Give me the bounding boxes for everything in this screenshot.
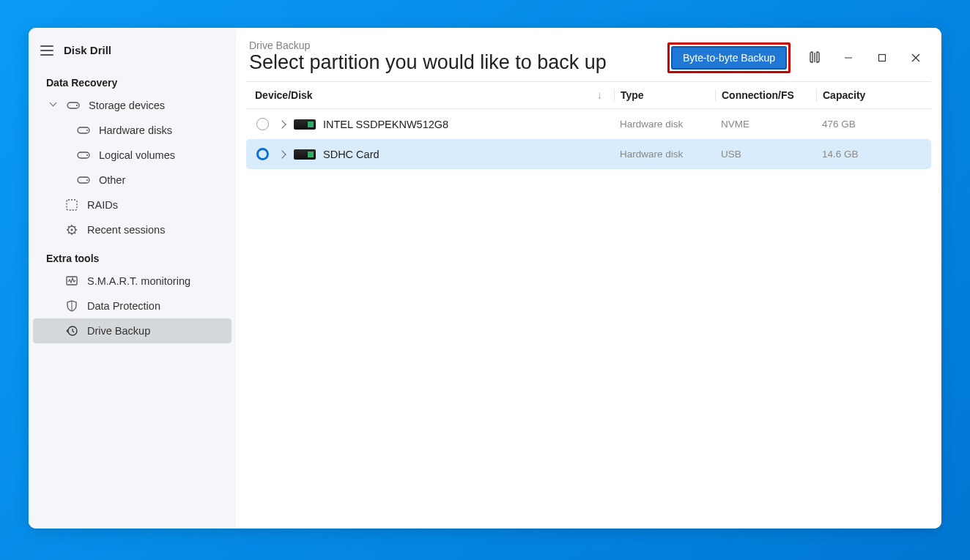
radio-icon[interactable] — [256, 148, 269, 160]
breadcrumb: Drive Backup — [249, 40, 667, 51]
minimize-button[interactable] — [834, 47, 862, 69]
monitor-icon — [65, 275, 78, 288]
sidebar-item-label: RAIDs — [87, 199, 118, 211]
sidebar-header: Disk Drill — [29, 37, 236, 67]
sidebar-item-label: Recent sessions — [87, 224, 165, 236]
svg-point-10 — [71, 229, 73, 231]
disk-image-icon — [294, 119, 316, 130]
section-data-recovery: Data Recovery — [29, 67, 236, 93]
main-content: Drive Backup Select partition you would … — [236, 28, 941, 529]
expand-icon[interactable] — [278, 120, 286, 128]
device-name: INTEL SSDPEKNW512G8 — [323, 119, 448, 130]
help-icon[interactable] — [801, 47, 829, 69]
chevron-down-icon — [51, 102, 58, 109]
app-title: Disk Drill — [64, 44, 111, 56]
app-window: Disk Drill Data Recovery Storage devices… — [29, 28, 941, 529]
radio-icon[interactable] — [256, 118, 269, 130]
table-row[interactable]: SDHC Card Hardware disk USB 14.6 GB — [246, 139, 931, 169]
col-connection[interactable]: Connection/FS — [715, 89, 816, 101]
sidebar-item-storage-devices[interactable]: Storage devices — [33, 93, 232, 118]
svg-rect-14 — [879, 55, 886, 61]
svg-point-7 — [86, 179, 88, 181]
sidebar-item-smart[interactable]: S.M.A.R.T. monitoring — [33, 269, 232, 294]
sidebar-item-other[interactable]: Other — [33, 168, 232, 193]
device-cell: INTEL SSDPEKNW512G8 — [249, 118, 614, 130]
sort-arrow-icon: ↓ — [597, 89, 608, 101]
sidebar-item-logical-volumes[interactable]: Logical volumes — [33, 143, 232, 168]
history-icon — [65, 324, 78, 337]
sidebar-item-label: S.M.A.R.T. monitoring — [87, 275, 190, 287]
sidebar-item-recent-sessions[interactable]: Recent sessions — [33, 217, 232, 242]
page-title: Select partition you would like to back … — [249, 51, 667, 74]
disk-image-icon — [294, 149, 316, 160]
table-header: Device/Disk ↓ Type Connection/FS Capacit… — [246, 81, 931, 109]
shield-icon — [65, 299, 78, 313]
type-cell: Hardware disk — [614, 119, 715, 130]
type-cell: Hardware disk — [614, 149, 715, 160]
sidebar-item-label: Hardware disks — [99, 124, 172, 136]
col-device-label: Device/Disk — [255, 89, 313, 101]
svg-rect-8 — [67, 200, 77, 210]
maximize-button[interactable] — [868, 47, 896, 69]
col-type-label: Type — [621, 89, 644, 101]
svg-point-1 — [76, 105, 78, 106]
sidebar-item-label: Storage devices — [89, 100, 165, 111]
sidebar-item-label: Drive Backup — [87, 325, 150, 337]
sidebar-item-label: Data Protection — [87, 300, 160, 312]
svg-point-5 — [86, 154, 88, 156]
disk-icon — [67, 99, 80, 112]
col-capacity-label: Capacity — [823, 89, 865, 101]
capacity-cell: 14.6 GB — [816, 149, 931, 160]
device-name: SDHC Card — [323, 149, 380, 160]
connection-cell: USB — [715, 149, 816, 160]
connection-cell: NVME — [715, 119, 816, 130]
hamburger-icon[interactable] — [40, 45, 53, 56]
gear-icon — [65, 223, 78, 236]
sidebar-item-data-protection[interactable]: Data Protection — [33, 294, 232, 318]
sidebar: Disk Drill Data Recovery Storage devices… — [29, 28, 236, 529]
col-type[interactable]: Type — [614, 89, 715, 101]
byte-to-byte-backup-button[interactable]: Byte-to-byte Backup — [671, 46, 787, 70]
device-cell: SDHC Card — [249, 148, 614, 160]
sidebar-item-hardware-disks[interactable]: Hardware disks — [33, 118, 232, 143]
disk-icon — [77, 149, 90, 162]
expand-icon[interactable] — [278, 150, 286, 158]
svg-point-3 — [86, 130, 88, 131]
sidebar-item-drive-backup[interactable]: Drive Backup — [33, 318, 232, 343]
sidebar-item-label: Other — [99, 174, 125, 186]
section-extra-tools: Extra tools — [29, 242, 236, 269]
raid-icon — [65, 198, 78, 212]
table-row[interactable]: INTEL SSDPEKNW512G8 Hardware disk NVME 4… — [246, 109, 931, 139]
main-header: Drive Backup Select partition you would … — [236, 28, 941, 81]
close-button[interactable] — [902, 47, 930, 69]
sidebar-item-raids[interactable]: RAIDs — [33, 193, 232, 217]
disk-icon — [77, 124, 90, 137]
col-device[interactable]: Device/Disk ↓ — [249, 89, 614, 101]
header-left: Drive Backup Select partition you would … — [249, 40, 667, 74]
disk-icon — [77, 173, 90, 187]
header-actions: Byte-to-byte Backup — [667, 42, 930, 73]
capacity-cell: 476 GB — [816, 119, 931, 130]
col-capacity[interactable]: Capacity — [816, 89, 931, 101]
device-table: Device/Disk ↓ Type Connection/FS Capacit… — [246, 81, 931, 169]
sidebar-item-label: Logical volumes — [99, 149, 175, 161]
annotation-highlight: Byte-to-byte Backup — [667, 42, 791, 73]
col-connection-label: Connection/FS — [722, 89, 794, 101]
